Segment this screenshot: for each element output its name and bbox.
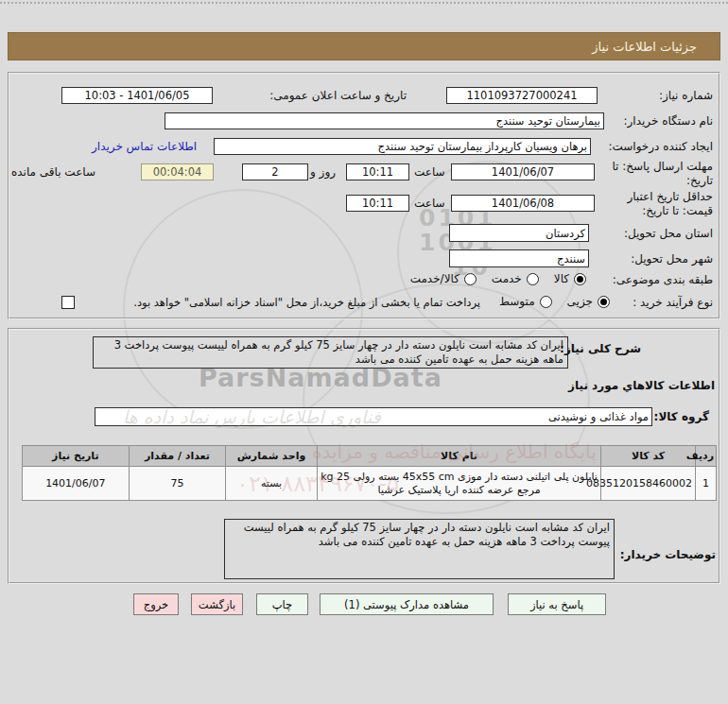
goods-table-header-row: ردیف کد کالا نام کالا واحد شمارش تعداد /… <box>23 446 717 467</box>
province-label: استان محل تحویل: <box>624 227 713 240</box>
print-button[interactable]: چاپ <box>256 593 308 615</box>
announce-datetime-field[interactable]: 1401/06/05 - 10:03 <box>61 87 213 104</box>
cell-row-number: 1 <box>695 467 716 501</box>
validity-hour-label: ساعت <box>414 197 445 210</box>
procurement-need-details-page: { "title_bar": "جزئیات اطلاعات نیاز", "f… <box>0 0 728 704</box>
deadline-date-field[interactable]: 1401/06/07 <box>451 163 595 180</box>
price-validity-label: حداقل تاریخ اعتبار قیمت: تا تاریخ: <box>598 190 713 218</box>
goods-group-label: گروه کالا: <box>654 410 709 423</box>
buyer-contact-link[interactable]: اطلاعات تماس خریدار <box>92 140 197 153</box>
process-type-radio-group: جزیی متوسط <box>499 295 610 308</box>
announce-datetime-label: تاریخ و ساعت اعلان عمومی: <box>269 89 407 102</box>
category-option-label: کالا/خدمت <box>410 272 459 285</box>
page-title: جزئیات اطلاعات نیاز <box>592 40 697 54</box>
process-option-minor[interactable]: جزیی <box>567 295 610 308</box>
deadline-hour-label: ساعت <box>414 165 445 179</box>
col-need-date: تاریخ نیاز <box>23 446 130 467</box>
days-word-label: روز و <box>310 165 336 179</box>
category-option-label: خدمت <box>492 272 522 285</box>
goods-section-header: اطلاعات کالاهاي مورد نیاز <box>568 379 715 392</box>
cell-need-date: 1401/06/07 <box>23 467 130 501</box>
radio-icon[interactable] <box>540 296 552 308</box>
respond-to-need-button[interactable]: پاسخ به نیاز <box>508 593 606 615</box>
response-deadline-label: مهلت ارسال پاسخ: تا تاریخ: <box>598 160 713 188</box>
need-description-label: شرح کلی نیاز: <box>560 342 641 355</box>
need-number-label: شماره نیاز: <box>659 89 713 102</box>
radio-icon[interactable] <box>527 273 539 285</box>
cell-item-name: نایلون پلی اتیلنی دسته دار موزی 45x55 cm… <box>317 467 601 501</box>
request-creator-label: ایجاد کننده درخواست: <box>608 140 713 153</box>
col-quantity: تعداد / مقدار <box>129 446 226 467</box>
category-radio-group: کالا خدمت کالا/خدمت <box>410 272 586 285</box>
radio-selected-icon[interactable] <box>574 273 586 285</box>
category-option-goods[interactable]: کالا <box>554 272 586 285</box>
city-field[interactable]: سنندج <box>449 249 589 267</box>
buyer-notes-box[interactable]: ایران کد مشابه است نایلون دسته دار در چه… <box>224 519 615 579</box>
treasury-checkbox[interactable] <box>61 296 75 309</box>
goods-group-field[interactable]: مواد غذائی و نوشیدنی <box>95 407 652 426</box>
need-number-field[interactable]: 1101093727000241 <box>446 87 598 104</box>
deadline-time-field[interactable]: 10:11 <box>346 163 409 180</box>
cell-quantity: 75 <box>129 467 226 501</box>
process-option-label: متوسط <box>499 295 535 308</box>
category-label: طبقه بندی موضوعی: <box>613 273 713 286</box>
goods-table-row: 1 0835120158460002 نایلون پلی اتیلنی دست… <box>23 467 717 501</box>
back-button[interactable]: بازگشت <box>191 593 243 615</box>
category-option-label: کالا <box>554 272 569 285</box>
radio-icon[interactable] <box>464 273 477 285</box>
days-remaining-field[interactable]: 2 <box>242 163 308 180</box>
category-option-service[interactable]: خدمت <box>492 272 539 285</box>
process-option-medium[interactable]: متوسط <box>499 295 552 308</box>
buyer-notes-label: توضیحات خریدار: <box>620 548 716 561</box>
radio-selected-icon[interactable] <box>598 296 610 308</box>
col-unit: واحد شمارش <box>226 446 318 467</box>
view-attached-documents-button[interactable]: مشاهده مدارک پیوستی (1) <box>320 593 494 615</box>
validity-date-field[interactable]: 1401/06/08 <box>451 195 595 212</box>
city-label: شهر محل تحویل: <box>631 252 713 266</box>
page-top-divider <box>0 2 728 4</box>
countdown-timer: 00:04:04 <box>141 163 214 180</box>
request-creator-field[interactable]: برهان ویسیان کارپرداز بیمارستان توحید سن… <box>214 138 591 155</box>
buyer-org-field[interactable]: بیمارستان توحید سنندج <box>165 112 604 129</box>
process-option-label: جزیی <box>567 295 593 308</box>
need-description-box[interactable]: ایران کد مشابه است نایلون دسته دار در چه… <box>93 336 568 369</box>
col-item-code: کد کالا <box>601 446 696 467</box>
col-row-number: ردیف <box>695 446 716 467</box>
hours-remaining-label: ساعت باقی مانده <box>11 165 95 179</box>
province-field[interactable]: کردستان <box>449 224 589 242</box>
cell-unit: بسته <box>226 467 318 501</box>
treasury-checkbox-label: پرداخت تمام یا بخشی از مبلغ خرید،از محل … <box>79 296 480 309</box>
exit-button[interactable]: خروج <box>133 593 179 615</box>
title-bar: جزئیات اطلاعات نیاز <box>8 32 720 60</box>
cell-item-code: 0835120158460002 <box>601 467 696 501</box>
process-type-label: نوع فرآیند خرید : <box>633 296 713 309</box>
category-option-goods-service[interactable]: کالا/خدمت <box>410 272 477 285</box>
col-item-name: نام کالا <box>317 446 601 467</box>
validity-time-field[interactable]: 10:11 <box>346 195 409 212</box>
goods-table: ردیف کد کالا نام کالا واحد شمارش تعداد /… <box>22 445 717 501</box>
buyer-org-label: نام دستگاه خریدار: <box>624 114 714 128</box>
